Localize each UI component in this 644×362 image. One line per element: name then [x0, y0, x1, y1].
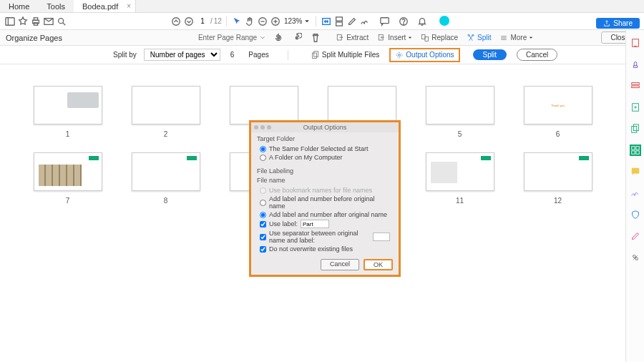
tab-tools[interactable]: Tools — [38, 0, 74, 12]
svg-rect-42 — [635, 151, 638, 154]
avatar[interactable] — [439, 16, 449, 26]
add-after-radio[interactable] — [260, 212, 266, 218]
tab-home[interactable]: Home — [0, 0, 38, 12]
split-count: 6 — [230, 51, 235, 59]
svg-rect-3 — [34, 17, 37, 20]
protect-icon[interactable] — [630, 209, 641, 220]
page-range-dropdown[interactable]: Enter Page Range — [198, 34, 265, 41]
split-button[interactable]: Split — [473, 49, 507, 60]
organize-icon[interactable] — [630, 145, 641, 156]
chat-icon[interactable] — [379, 16, 391, 27]
svg-rect-18 — [381, 17, 389, 23]
svg-rect-17 — [336, 21, 343, 25]
page-thumb-11[interactable]: 11 — [421, 152, 499, 205]
use-separator-check[interactable] — [260, 234, 266, 240]
print-icon[interactable] — [30, 16, 42, 27]
tab-document[interactable]: Bodea.pdf × — [74, 0, 136, 12]
use-label-check[interactable] — [260, 221, 266, 228]
insert-dropdown[interactable]: Insert — [377, 34, 412, 42]
svg-point-8 — [172, 17, 180, 25]
help-icon[interactable] — [398, 16, 409, 27]
close-icon[interactable]: × — [127, 2, 131, 10]
split-multiple-button[interactable]: Split Multiple Files — [311, 51, 380, 59]
delete-icon[interactable] — [310, 32, 321, 44]
cancel-button[interactable]: Cancel — [517, 49, 557, 61]
svg-rect-38 — [633, 124, 638, 131]
page-thumb-1[interactable]: 1 — [29, 86, 107, 138]
comment-icon[interactable] — [630, 166, 641, 177]
svg-rect-23 — [422, 34, 426, 39]
folder-on-pc-radio[interactable] — [260, 155, 266, 161]
mail-icon[interactable] — [43, 16, 54, 27]
search-icon[interactable] — [56, 16, 67, 27]
svg-rect-37 — [631, 127, 636, 133]
same-folder-radio[interactable] — [260, 146, 266, 152]
organize-title: Organize Pages — [6, 34, 62, 42]
zoom-out-icon[interactable] — [257, 16, 268, 27]
fill-sign-icon[interactable] — [630, 187, 641, 199]
page-thumb-7[interactable]: 7 — [29, 152, 107, 205]
combine-icon[interactable] — [630, 123, 641, 134]
star-icon[interactable] — [17, 16, 29, 27]
add-before-radio[interactable] — [260, 200, 266, 206]
document-tab-bar: Home Tools Bodea.pdf × — [0, 0, 644, 13]
extract-button[interactable]: Extract — [336, 34, 369, 42]
page-thumb-6[interactable]: Thank you6 — [519, 86, 597, 138]
label-input[interactable] — [301, 220, 329, 228]
replace-button[interactable]: Replace — [421, 34, 458, 42]
svg-point-32 — [399, 54, 401, 56]
pointer-icon[interactable] — [231, 16, 243, 27]
dialog-ok-button[interactable]: OK — [364, 259, 393, 270]
sign-icon[interactable] — [359, 16, 371, 27]
page-down-icon[interactable] — [183, 16, 195, 27]
highlight-icon[interactable] — [346, 16, 358, 27]
split-tool-button[interactable]: Split — [467, 34, 491, 42]
svg-point-26 — [472, 34, 474, 36]
edit-icon[interactable] — [630, 230, 641, 242]
file-labeling-heading: File Labeling — [257, 167, 393, 175]
file-name-heading: File name — [257, 177, 393, 184]
export-pdf-icon[interactable] — [630, 37, 641, 49]
stamp-icon[interactable] — [630, 59, 641, 70]
zoom-in-icon[interactable] — [270, 16, 281, 27]
page-up-icon[interactable] — [170, 16, 182, 27]
zoom-level[interactable]: 123% — [283, 17, 312, 25]
page-current-input[interactable] — [196, 17, 209, 25]
svg-rect-41 — [631, 151, 634, 154]
svg-line-7 — [63, 22, 66, 25]
separator-input[interactable] — [373, 233, 390, 241]
page-thumb-5[interactable]: 5 — [421, 86, 499, 138]
dialog-titlebar: Output Options — [251, 122, 399, 132]
page-thumb-12[interactable]: 12 — [519, 152, 597, 205]
svg-rect-33 — [632, 39, 638, 47]
rotate-cw-icon[interactable] — [291, 32, 303, 44]
bell-icon[interactable] — [416, 16, 428, 27]
output-options-dialog: Output Options Target Folder The Same Fo… — [249, 120, 401, 277]
hand-icon[interactable] — [244, 16, 255, 27]
tab-document-label: Bodea.pdf — [82, 2, 118, 11]
fit-width-icon[interactable] — [321, 16, 332, 27]
svg-rect-40 — [635, 147, 638, 150]
more-dropdown[interactable]: More — [499, 34, 533, 42]
scroll-mode-icon[interactable] — [333, 16, 345, 27]
create-pdf-icon[interactable] — [630, 102, 641, 113]
more-tools-icon[interactable] — [630, 252, 641, 263]
target-folder-heading: Target Folder — [257, 135, 393, 142]
sidebar-toggle-icon[interactable] — [4, 16, 16, 27]
share-button[interactable]: Share — [596, 18, 640, 29]
split-mode-select[interactable]: Number of pages — [144, 49, 220, 61]
output-options-button[interactable]: Output Options — [389, 48, 459, 62]
svg-rect-31 — [313, 51, 318, 57]
page-thumb-2[interactable]: 2 — [127, 86, 205, 138]
rotate-ccw-icon[interactable] — [273, 32, 284, 44]
split-toolbar: Split by Number of pages 6 Pages Split M… — [0, 46, 644, 64]
main-toolbar: / 12 123% Share — [0, 13, 644, 30]
svg-point-44 — [633, 255, 635, 258]
svg-rect-34 — [631, 83, 639, 85]
page-thumb-8[interactable]: 8 — [127, 152, 205, 205]
form-icon[interactable] — [630, 80, 641, 92]
svg-point-9 — [185, 17, 193, 25]
no-overwrite-check[interactable] — [260, 246, 266, 253]
svg-point-20 — [404, 24, 404, 24]
dialog-cancel-button[interactable]: Cancel — [321, 259, 359, 270]
